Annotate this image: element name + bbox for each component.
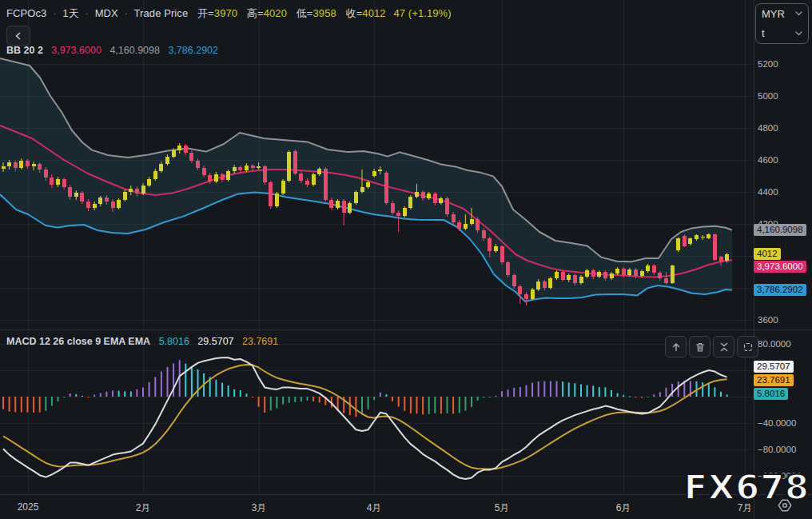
- close-label: 收=: [346, 7, 363, 19]
- interval-value[interactable]: 1天: [62, 7, 78, 19]
- change-value: 47 (+1.19%): [393, 7, 451, 19]
- pane-collapse-button[interactable]: [713, 336, 734, 357]
- price-tick-label: 3600: [758, 313, 778, 326]
- bb-label: BB 20 2: [6, 45, 43, 56]
- time-tick-label: 3月: [241, 501, 277, 515]
- time-tick-label: 4月: [356, 501, 392, 515]
- price-tick-label: 4600: [758, 154, 778, 166]
- price-tick-label: 4400: [758, 186, 778, 198]
- bb-upper-value: 4,160.9098: [109, 45, 160, 56]
- macd-line-value: 29.5707: [197, 336, 233, 347]
- pane-maximize-button[interactable]: [737, 336, 758, 357]
- macd-hist-value: 5.8016: [159, 336, 189, 347]
- maximize-icon: [742, 341, 754, 353]
- currency-dropdown[interactable]: MYR: [756, 5, 808, 23]
- collapse-icon: [718, 341, 730, 353]
- arrow-up-icon: [671, 341, 682, 353]
- pane-delete-button[interactable]: [689, 336, 710, 357]
- time-tick-label: 2月: [125, 501, 161, 515]
- back-button[interactable]: [6, 26, 30, 46]
- open-value: 3970: [214, 7, 237, 19]
- currency-value: MYR: [762, 8, 785, 20]
- unit-dropdown[interactable]: t: [756, 24, 808, 42]
- symbol-info-bar: FCPOc3 · 1天 · MDX · Trade Price 开=3970 高…: [6, 6, 452, 21]
- macd-line-badge: 29.5707: [754, 361, 794, 373]
- unit-value: t: [762, 27, 765, 39]
- high-label: 高=: [247, 7, 264, 19]
- series-type[interactable]: Trade Price: [133, 7, 188, 19]
- macd-indicator-legend[interactable]: MACD 12 26 close 9 EMA EMA 5.8016 29.570…: [6, 336, 278, 347]
- chevron-down-icon: [795, 31, 802, 36]
- last-price-badge: 4012: [754, 248, 781, 260]
- axis-unit-selector: MYR t: [755, 3, 809, 44]
- watermark: FX678: [684, 467, 810, 507]
- macd-tick-label: −40.0000: [758, 417, 796, 429]
- chevron-left-icon: [14, 32, 22, 40]
- bb-upper-badge: 4,160.9098: [754, 224, 806, 236]
- separator: ·: [85, 7, 88, 19]
- bb-lower-value: 3,786.2902: [168, 45, 218, 56]
- time-tick-label: 2025: [10, 501, 46, 513]
- macd-tick-label: −80.0000: [758, 443, 796, 456]
- time-tick-label: 5月: [484, 501, 519, 515]
- high-value: 4020: [264, 7, 287, 19]
- separator: ·: [53, 7, 56, 19]
- separator: ·: [125, 7, 128, 19]
- low-value: 3958: [313, 7, 336, 19]
- trading-chart-app: FCPOc3 · 1天 · MDX · Trade Price 开=3970 高…: [0, 0, 812, 519]
- chevron-down-icon: [795, 11, 802, 16]
- bb-basis-badge: 3,973.6000: [754, 261, 806, 273]
- macd-signal-value: 23.7691: [242, 336, 278, 347]
- exchange-name[interactable]: MDX: [95, 7, 118, 19]
- close-value: 4012: [362, 7, 385, 19]
- chart-canvas[interactable]: [0, 0, 812, 519]
- symbol-name[interactable]: FCPOc3: [6, 7, 46, 19]
- trash-icon: [695, 341, 706, 353]
- bb-lower-badge: 3,786.2902: [754, 284, 806, 296]
- low-label: 低=: [297, 7, 313, 19]
- bb-indicator-legend[interactable]: BB 20 2 3,973.6000 4,160.9098 3,786.2902: [6, 45, 218, 56]
- macd-signal-badge: 23.7691: [754, 374, 794, 386]
- macd-tick-label: 80.0000: [758, 337, 791, 350]
- open-label: 开=: [197, 7, 214, 19]
- macd-label: MACD 12 26 close 9 EMA EMA: [6, 336, 150, 347]
- bb-basis-value: 3,973.6000: [51, 45, 102, 56]
- macd-hist-badge: 5.8016: [754, 388, 788, 400]
- pane-move-up-button[interactable]: [665, 336, 687, 357]
- pane-toolbar: [665, 336, 758, 357]
- time-tick-label: 6月: [606, 501, 641, 515]
- price-tick-label: 4800: [758, 122, 778, 134]
- price-tick-label: 5000: [758, 90, 778, 102]
- price-tick-label: 5200: [758, 58, 778, 70]
